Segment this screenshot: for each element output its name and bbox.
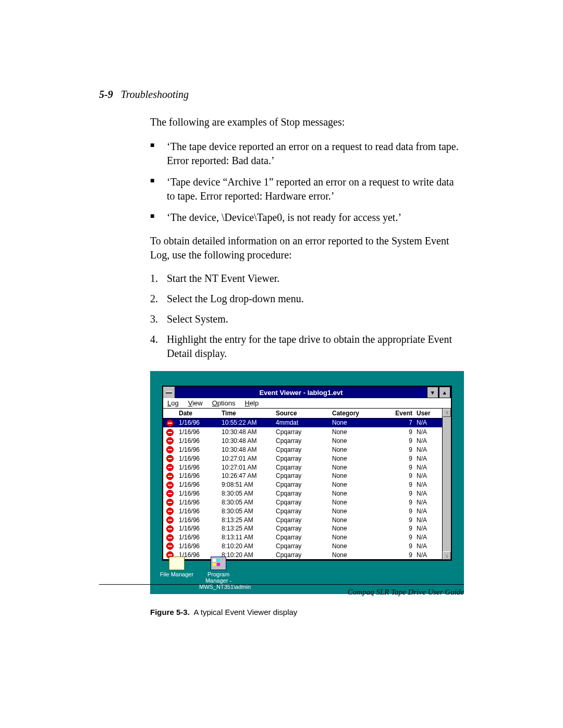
menu-help[interactable]: Help: [244, 399, 259, 407]
cell-date: 1/16/96: [177, 489, 219, 498]
cell-category: None: [330, 507, 381, 515]
cell-date: 1/16/96: [177, 524, 219, 533]
cell-source: Cpqarray: [274, 480, 330, 489]
program-manager-label: Program Manager - MWS_NT351\admin: [199, 571, 238, 590]
cell-source: Cpqarray: [274, 550, 330, 559]
cell-source: Cpqarray: [274, 524, 330, 533]
cell-source: Cpqarray: [274, 507, 330, 515]
cell-event: 9: [381, 498, 414, 507]
cell-source: Cpqarray: [274, 427, 330, 436]
window-title: Event Viewer - lablog1.evt: [175, 389, 427, 397]
cell-event: 9: [381, 463, 414, 472]
cell-source: Cpqarray: [274, 454, 330, 463]
cell-user: N/A: [414, 498, 442, 507]
cell-time: 8:10:20 AM: [219, 542, 274, 551]
cell-source: Cpqarray: [274, 463, 330, 472]
system-menu-icon[interactable]: [163, 387, 175, 398]
file-manager-label: File Manager: [157, 571, 196, 577]
column-header[interactable]: Time: [219, 409, 274, 418]
stop-error-icon: [166, 482, 174, 489]
procedure-intro: To obtain detailed information on an err…: [150, 234, 464, 262]
cell-source: Cpqarray: [274, 472, 330, 480]
procedure-steps: Start the NT Event Viewer.Select the Log…: [150, 272, 464, 361]
table-row[interactable]: 1/16/968:13:11 AMCpqarrayNone9N/A: [163, 533, 442, 542]
figure-caption: Figure 5-3. A typical Event Viewer displ…: [150, 608, 464, 616]
cell-time: 10:27:01 AM: [219, 454, 274, 463]
window-titlebar[interactable]: Event Viewer - lablog1.evt ▾ ▴: [163, 387, 451, 398]
cell-category: None: [330, 480, 381, 489]
cell-user: N/A: [414, 489, 442, 498]
procedure-step: Highlight the entry for the tape drive t…: [150, 332, 464, 361]
cell-date: 1/16/96: [177, 533, 219, 542]
cell-category: None: [330, 498, 381, 507]
cell-date: 1/16/96: [177, 498, 219, 507]
stop-message-item: ‘Tape device “Archive 1” reported an err…: [150, 175, 464, 203]
vertical-scrollbar[interactable]: ↑ ↓: [442, 409, 451, 560]
cell-source: Cpqarray: [274, 437, 330, 446]
cell-date: 1/16/96: [177, 437, 219, 446]
stop-error-icon: [166, 429, 174, 436]
procedure-step: Start the NT Event Viewer.: [150, 272, 464, 286]
cell-user: N/A: [414, 524, 442, 533]
stop-error-icon: [166, 525, 174, 533]
stop-error-icon: [166, 542, 174, 550]
minimize-button[interactable]: ▾: [427, 387, 438, 398]
table-row[interactable]: 1/16/9610:30:48 AMCpqarrayNone9N/A: [163, 445, 442, 454]
file-manager-icon[interactable]: File Manager: [157, 557, 196, 590]
cell-user: N/A: [414, 427, 442, 436]
table-row[interactable]: 1/16/9610:26:47 AMCpqarrayNone9N/A: [163, 472, 442, 480]
table-row[interactable]: 1/16/9610:30:48 AMCpqarrayNone9N/A: [163, 427, 442, 436]
table-row[interactable]: 1/16/968:30:05 AMCpqarrayNone9N/A: [163, 507, 442, 515]
cell-category: None: [330, 445, 381, 454]
stop-error-icon: [166, 419, 174, 427]
scroll-down-button[interactable]: ↓: [443, 551, 451, 560]
cell-date: 1/16/96: [177, 542, 219, 551]
cell-time: 10:30:48 AM: [219, 437, 274, 446]
table-row[interactable]: 1/16/968:13:25 AMCpqarrayNone9N/A: [163, 515, 442, 524]
cell-date: 1/16/96: [177, 445, 219, 454]
menu-options[interactable]: Options: [212, 399, 236, 407]
cell-user: N/A: [414, 445, 442, 454]
cell-category: None: [330, 524, 381, 533]
event-viewer-window: Event Viewer - lablog1.evt ▾ ▴ Log View …: [162, 386, 452, 561]
cell-event: 9: [381, 445, 414, 454]
cell-date: 1/16/96: [177, 472, 219, 480]
section-title: Troubleshooting: [121, 89, 189, 100]
cell-event: 9: [381, 480, 414, 489]
cell-time: 8:13:11 AM: [219, 533, 274, 542]
scroll-up-button[interactable]: ↑: [443, 409, 451, 417]
menu-log[interactable]: Log: [167, 399, 179, 407]
column-header[interactable]: Date: [177, 409, 219, 418]
cell-source: Cpqarray: [274, 533, 330, 542]
cell-user: N/A: [414, 550, 442, 559]
table-row[interactable]: 1/16/968:10:20 AMCpqarrayNone9N/A: [163, 542, 442, 551]
cell-category: None: [330, 489, 381, 498]
table-row[interactable]: 1/16/9610:27:01 AMCpqarrayNone9N/A: [163, 454, 442, 463]
table-row[interactable]: 1/16/968:30:05 AMCpqarrayNone9N/A: [163, 498, 442, 507]
column-header[interactable]: Event: [381, 409, 414, 418]
cell-event: 7: [381, 418, 414, 428]
stop-messages-list: ‘The tape device reported an error on a …: [150, 140, 464, 225]
table-row[interactable]: 1/16/968:13:25 AMCpqarrayNone9N/A: [163, 524, 442, 533]
maximize-button[interactable]: ▴: [439, 387, 450, 398]
table-row[interactable]: 1/16/968:30:05 AMCpqarrayNone9N/A: [163, 489, 442, 498]
cell-user: N/A: [414, 418, 442, 428]
menu-view[interactable]: View: [188, 399, 203, 407]
cell-event: 9: [381, 454, 414, 463]
table-row[interactable]: 1/16/9610:30:48 AMCpqarrayNone9N/A: [163, 437, 442, 446]
table-row[interactable]: 1/16/969:08:51 AMCpqarrayNone9N/A: [163, 480, 442, 489]
column-header[interactable]: User: [414, 409, 442, 418]
cell-category: None: [330, 427, 381, 436]
cell-date: 1/16/96: [177, 418, 219, 428]
program-group-icon: [211, 557, 226, 570]
stop-message-item: ‘The tape device reported an error on a …: [150, 140, 464, 168]
cell-event: 9: [381, 542, 414, 551]
column-header[interactable]: Category: [330, 409, 381, 418]
cell-time: 8:13:25 AM: [219, 524, 274, 533]
column-header[interactable]: Source: [274, 409, 330, 418]
cell-time: 10:27:01 AM: [219, 463, 274, 472]
cell-time: 10:30:48 AM: [219, 445, 274, 454]
program-manager-icon[interactable]: Program Manager - MWS_NT351\admin: [199, 557, 238, 590]
table-row[interactable]: 1/16/9610:27:01 AMCpqarrayNone9N/A: [163, 463, 442, 472]
table-row[interactable]: 1/16/9610:55:22 AM4mmdatNone7N/A: [163, 418, 442, 428]
